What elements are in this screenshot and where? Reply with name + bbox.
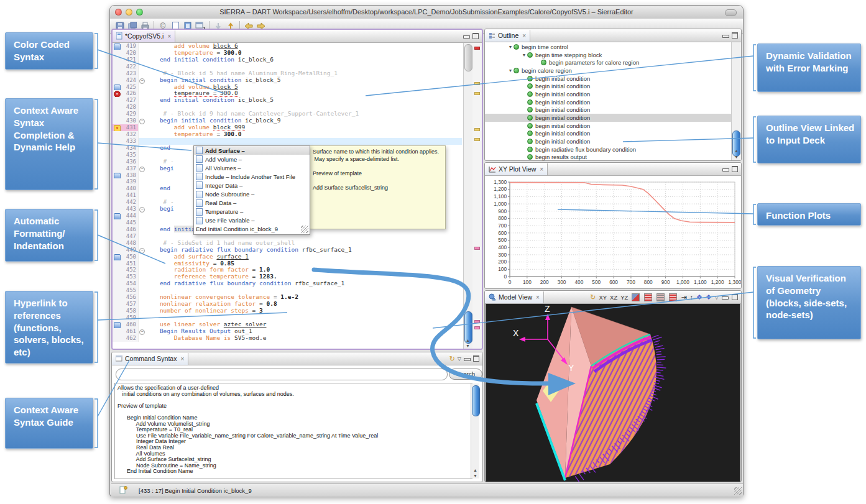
code-line-458[interactable]: 458 number of nonlinear steps = 3: [113, 308, 462, 314]
scroll-up-icon[interactable]: ▲: [473, 468, 477, 472]
close-icon[interactable]: ×: [522, 32, 526, 39]
outline-item[interactable]: begin initial condition: [485, 90, 731, 98]
tree-expand-icon[interactable]: ▼: [521, 53, 527, 57]
warning-overview-mark[interactable]: [474, 92, 480, 95]
zoom-out-icon[interactable]: ❖: [706, 293, 712, 301]
close-icon[interactable]: ×: [180, 355, 184, 362]
fold-collapse-icon[interactable]: −: [139, 119, 145, 124]
completion-item[interactable]: Add Volume –: [194, 155, 310, 163]
view-xz-button[interactable]: XZ: [610, 294, 617, 301]
minimize-view-icon[interactable]: [722, 35, 729, 38]
completion-item[interactable]: End Initial Condition ic_block_9: [194, 225, 310, 234]
warning-overview-mark[interactable]: [474, 138, 480, 141]
title-bar[interactable]: SIERRA – DART Workspace/Users/elhoffm/De…: [110, 6, 743, 19]
tab-command-syntax[interactable]: Command Syntax ×: [112, 353, 188, 365]
completion-item[interactable]: Use File Variable –: [194, 216, 310, 225]
show-blocks-icon[interactable]: [632, 293, 640, 301]
scroll-down-icon[interactable]: ▼: [734, 155, 739, 159]
scroll-up-icon[interactable]: ▲: [734, 149, 739, 153]
fold-collapse-icon[interactable]: −: [139, 248, 145, 254]
completion-item[interactable]: Include – Include Another Text File: [194, 172, 310, 181]
completion-item[interactable]: Real Data –: [194, 199, 310, 208]
fold-collapse-icon[interactable]: −: [139, 207, 145, 213]
tab-model-view[interactable]: Model View ×: [485, 291, 544, 303]
link-with-editor-icon[interactable]: ↻: [449, 355, 455, 363]
outline-item[interactable]: ▼begin calore region: [485, 66, 731, 75]
tab-copyofsv5[interactable]: *CopyofSV5.i ×: [113, 30, 175, 42]
minimize-view-icon[interactable]: [463, 35, 470, 39]
fold-collapse-icon[interactable]: −: [139, 329, 145, 335]
pan-icon[interactable]: ⇥: [681, 293, 686, 301]
maximize-view-icon[interactable]: [732, 32, 738, 39]
completion-item[interactable]: All Volumes –: [194, 163, 310, 172]
code-line-427[interactable]: 427 end initial condition ic_block_5: [113, 97, 462, 104]
view-xy-button[interactable]: XY: [599, 294, 607, 301]
overview-ruler[interactable]: [472, 43, 482, 349]
tab-outline[interactable]: Outline ×: [485, 30, 530, 42]
completion-item[interactable]: Temperature –: [194, 208, 310, 216]
tree-expand-icon[interactable]: ▼: [507, 68, 514, 73]
view-menu-icon[interactable]: ▽: [715, 295, 719, 300]
warning-overview-mark[interactable]: [474, 128, 480, 131]
editor-scrollbar[interactable]: ▲ ▼: [463, 43, 472, 349]
close-icon[interactable]: ×: [536, 294, 540, 301]
fold-collapse-icon[interactable]: −: [139, 78, 145, 84]
maximize-view-icon[interactable]: [732, 166, 738, 172]
search-input[interactable]: [116, 369, 448, 380]
maximize-view-icon[interactable]: [473, 355, 479, 362]
command-scrollbar[interactable]: ▲ ▼: [471, 383, 479, 479]
occurrence-overview-mark[interactable]: [474, 326, 480, 329]
toolbar-toggle-lozenge[interactable]: [725, 9, 737, 16]
view-yz-button[interactable]: YZ: [620, 294, 628, 301]
scroll-down-icon[interactable]: ▼: [466, 344, 470, 348]
search-button[interactable]: Search: [449, 369, 482, 380]
popup-resize-grip[interactable]: [301, 226, 308, 233]
occurrence-overview-mark[interactable]: [474, 320, 480, 323]
completion-item[interactable]: Node Subroutine –: [194, 190, 310, 198]
view-menu-icon[interactable]: ▽: [458, 356, 461, 362]
close-icon[interactable]: ×: [540, 166, 543, 173]
close-icon[interactable]: ×: [167, 33, 171, 40]
outline-item[interactable]: begin parameters for calore region: [485, 58, 731, 66]
outline-item[interactable]: begin initial condition: [485, 122, 731, 130]
fit-icon[interactable]: ↕: [690, 293, 694, 301]
code-line-454[interactable]: 454 end radiative flux boundary conditio…: [113, 280, 462, 287]
code-line-421[interactable]: 421 end initial condition ic_block_6: [113, 57, 462, 63]
outline-item[interactable]: begin radiative flux boundary condition: [485, 145, 731, 153]
fold-collapse-icon[interactable]: −: [139, 167, 145, 172]
outline-scrollbar[interactable]: ▲ ▼: [731, 42, 741, 160]
outline-item[interactable]: begin initial condition: [485, 75, 731, 83]
outline-item[interactable]: begin initial condition: [485, 82, 731, 90]
tab-xy-plot[interactable]: XY Plot View ×: [485, 163, 548, 175]
outline-item[interactable]: ▼begin time stepping block: [485, 51, 731, 59]
maximize-view-icon[interactable]: [472, 33, 479, 39]
minimize-view-icon[interactable]: [722, 296, 729, 300]
occurrence-overview-mark[interactable]: [474, 247, 480, 250]
outline-item[interactable]: begin initial condition: [485, 130, 731, 138]
show-nodesets-icon[interactable]: [656, 293, 665, 301]
code-line-462[interactable]: 462 Database Name is SV5-mod.e: [113, 335, 462, 342]
outline-item[interactable]: begin initial condition: [485, 114, 731, 122]
model-3d-canvas[interactable]: X Z Y: [486, 304, 740, 482]
completion-item[interactable]: Add Surface –: [194, 146, 310, 155]
scroll-down-icon[interactable]: ▼: [473, 474, 477, 478]
outline-item[interactable]: begin initial condition: [485, 106, 731, 114]
minimize-view-icon[interactable]: [464, 358, 471, 361]
window-resize-grip[interactable]: [734, 487, 742, 495]
scrollbar-thumb[interactable]: [464, 44, 472, 71]
outline-item[interactable]: begin initial condition: [485, 98, 731, 106]
tree-expand-icon[interactable]: ▼: [507, 45, 514, 49]
rotate-model-icon[interactable]: ↻: [590, 293, 596, 301]
outline-item[interactable]: begin results output: [485, 153, 731, 160]
code-line-432[interactable]: 432 temperature = 300.0: [113, 131, 462, 138]
zoom-in-icon[interactable]: ❖: [696, 293, 702, 301]
scroll-up-icon[interactable]: ▲: [466, 338, 470, 342]
error-overview-mark[interactable]: [474, 47, 480, 50]
completion-item[interactable]: Integer Data –: [194, 181, 310, 190]
maximize-view-icon[interactable]: [732, 294, 738, 300]
scrollbar-thumb[interactable]: [472, 385, 480, 416]
show-mesh-icon[interactable]: [669, 293, 677, 301]
outline-item[interactable]: ▼begin time control: [485, 43, 731, 51]
minimize-view-icon[interactable]: [722, 168, 729, 172]
outline-item[interactable]: begin initial condition: [485, 137, 731, 145]
